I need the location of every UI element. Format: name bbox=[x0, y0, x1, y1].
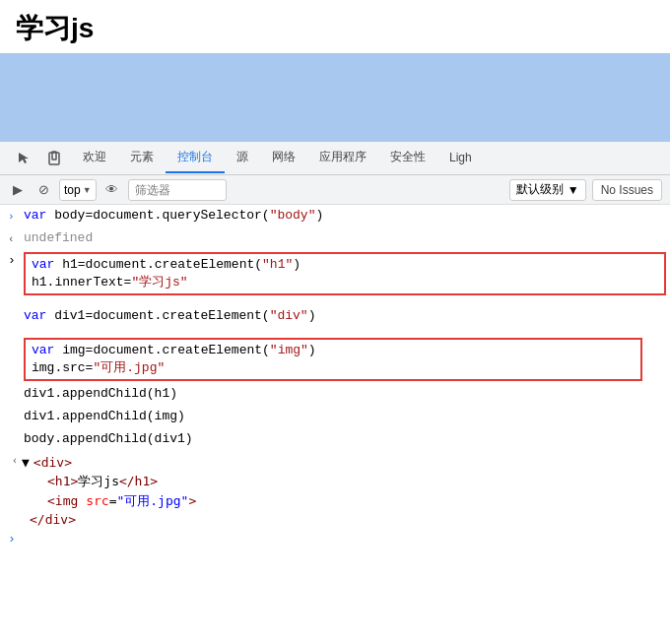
page-title-area: 学习js bbox=[0, 0, 670, 53]
dom-img-line: <img src="可用.jpg"> bbox=[0, 491, 670, 511]
console-line-div1: var div1=document.createElement("div") bbox=[0, 305, 670, 328]
dom-h1: <h1> bbox=[47, 474, 78, 488]
console-line-1: › var body=document.querySelector("body"… bbox=[0, 205, 670, 227]
console-line-append3: body.appendChild(div1) bbox=[0, 428, 670, 451]
console-toolbar: ▶ ⊘ top ▼ 👁 默认级别 ▼ No Issues bbox=[0, 175, 670, 205]
highlight2-line2: img.src="可用.jpg" bbox=[32, 359, 635, 377]
append2-code: div1.appendChild(img) bbox=[24, 408, 185, 425]
context-dropdown[interactable]: top ▼ bbox=[59, 179, 97, 201]
console-code-1: var body=document.querySelector("body") bbox=[24, 207, 323, 225]
console-output: › var body=document.querySelector("body"… bbox=[0, 205, 670, 550]
context-dropdown-arrow: ▼ bbox=[83, 185, 92, 195]
console-line-append2: div1.appendChild(img) bbox=[0, 406, 670, 428]
no-issues-badge: No Issues bbox=[592, 179, 662, 201]
highlight1-line2: h1.innerText="学习js" bbox=[32, 274, 658, 291]
tab-elements[interactable]: 元素 bbox=[118, 143, 166, 173]
highlight1-line1: var h1=document.createElement("h1") bbox=[32, 256, 658, 274]
preview-area bbox=[0, 53, 670, 142]
tab-network[interactable]: 网络 bbox=[260, 143, 307, 173]
inspect-element-icon[interactable] bbox=[8, 147, 39, 170]
eye-icon[interactable]: 👁 bbox=[102, 180, 122, 200]
highlight-block-2: var img=document.createElement("img") im… bbox=[0, 336, 670, 383]
output-arrow-2: ‹ bbox=[8, 230, 15, 248]
device-icon[interactable] bbox=[39, 147, 71, 170]
blank-line-2 bbox=[0, 328, 670, 336]
dom-div-close-line: </div> bbox=[0, 511, 670, 528]
filter-input[interactable] bbox=[128, 179, 227, 201]
context-label: top bbox=[64, 183, 81, 197]
dom-img-tag: <img bbox=[47, 493, 86, 508]
dom-h1-line: <h1>学习js</h1> bbox=[0, 472, 670, 491]
dom-div-close: </div> bbox=[30, 512, 76, 527]
dom-root-line: ‹ ▼ <div> bbox=[0, 453, 670, 472]
svg-rect-0 bbox=[49, 153, 59, 164]
console-line-2: ‹ undefined bbox=[0, 227, 670, 250]
level-dropdown[interactable]: 默认级别 ▼ bbox=[509, 179, 586, 201]
highlight1-arrow: › bbox=[8, 253, 16, 268]
page-title: 学习js bbox=[16, 10, 654, 47]
tab-welcome[interactable]: 欢迎 bbox=[71, 143, 118, 173]
blank-line-1 bbox=[0, 297, 670, 305]
tab-application[interactable]: 应用程序 bbox=[307, 143, 378, 173]
devtools-tabs: 欢迎 元素 控制台 源 网络 应用程序 安全性 Ligh bbox=[0, 142, 670, 175]
collapse-icon[interactable]: ‹ bbox=[12, 455, 18, 466]
tab-console[interactable]: 控制台 bbox=[166, 143, 225, 173]
dom-triangle[interactable]: ▼ bbox=[22, 455, 30, 470]
highlight-block-1: › var h1=document.createElement("h1") h1… bbox=[0, 250, 670, 297]
tab-security[interactable]: 安全性 bbox=[378, 143, 437, 173]
block-button[interactable]: ⊘ bbox=[34, 180, 53, 200]
dom-output: ‹ ▼ <div> <h1>学习js</h1> <img src="可用.jpg… bbox=[0, 453, 670, 528]
tab-lighthouse[interactable]: Ligh bbox=[437, 145, 484, 172]
run-button[interactable]: ▶ bbox=[8, 180, 28, 200]
tab-sources[interactable]: 源 bbox=[225, 143, 260, 173]
console-code-div1: var div1=document.createElement("div") bbox=[24, 307, 315, 325]
bottom-chevron[interactable]: › bbox=[0, 528, 670, 550]
console-line-append1: div1.appendChild(h1) bbox=[0, 383, 670, 406]
append1-code: div1.appendChild(h1) bbox=[24, 385, 177, 403]
level-label: 默认级别 bbox=[516, 181, 564, 198]
dom-div-open: <div> bbox=[34, 455, 72, 470]
level-dropdown-arrow: ▼ bbox=[568, 183, 579, 197]
input-arrow-1: › bbox=[8, 208, 15, 225]
append3-code: body.appendChild(div1) bbox=[24, 430, 193, 448]
highlight2-line1: var img=document.createElement("img") bbox=[32, 342, 635, 359]
console-undefined: undefined bbox=[24, 229, 93, 247]
